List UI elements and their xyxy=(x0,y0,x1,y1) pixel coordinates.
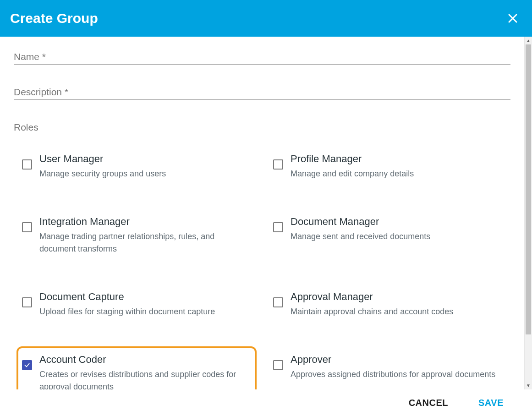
role-description: Manage sent and received documents xyxy=(291,230,500,243)
role-texts: Integration ManagerManage trading partne… xyxy=(39,216,249,255)
dialog-title: Create Group xyxy=(10,11,98,26)
role-texts: User ManagerManage security groups and u… xyxy=(39,153,249,180)
scroll-down-icon[interactable]: ▼ xyxy=(525,382,532,389)
role-checkbox[interactable] xyxy=(273,222,283,232)
role-texts: ApproverApproves assigned distributions … xyxy=(291,354,500,381)
role-title: Approver xyxy=(291,354,500,366)
dialog-footer: CANCEL SAVE xyxy=(0,389,532,416)
role-title: Document Capture xyxy=(39,291,249,303)
description-field[interactable]: Description * xyxy=(14,87,510,100)
name-field[interactable]: Name * xyxy=(14,51,510,65)
role-texts: Document CaptureUpload files for staging… xyxy=(39,291,249,318)
role-item: Approval ManagerMaintain approval chains… xyxy=(268,284,508,325)
role-texts: Profile ManagerManage and edit company d… xyxy=(291,153,500,180)
role-title: User Manager xyxy=(39,153,249,165)
close-icon[interactable] xyxy=(506,12,519,25)
role-description: Maintain approval chains and account cod… xyxy=(291,306,500,318)
role-item: Integration ManagerManage trading partne… xyxy=(16,208,257,263)
role-description: Creates or revises distributions and sup… xyxy=(39,368,249,389)
role-item: Account CoderCreates or revises distribu… xyxy=(16,346,257,389)
role-item: ApproverApproves assigned distributions … xyxy=(268,346,508,389)
role-title: Approval Manager xyxy=(291,291,500,303)
role-description: Approves assigned distributions for appr… xyxy=(291,368,500,381)
role-description: Manage security groups and users xyxy=(39,168,249,180)
role-item: Document CaptureUpload files for staging… xyxy=(16,284,257,325)
role-title: Document Manager xyxy=(291,216,500,228)
cancel-button[interactable]: CANCEL xyxy=(406,397,451,409)
role-texts: Account CoderCreates or revises distribu… xyxy=(39,354,249,389)
dialog-header: Create Group xyxy=(0,0,532,37)
scrollbar[interactable]: ▲ ▼ xyxy=(524,37,532,389)
scroll-track[interactable] xyxy=(525,44,532,382)
role-title: Integration Manager xyxy=(39,216,249,228)
role-checkbox[interactable] xyxy=(273,297,283,307)
dialog-body: Name * Description * Roles User ManagerM… xyxy=(0,37,532,389)
role-checkbox[interactable] xyxy=(22,297,32,307)
save-button[interactable]: SAVE xyxy=(476,397,506,409)
description-field-underline xyxy=(14,99,510,100)
role-title: Profile Manager xyxy=(291,153,500,165)
roles-section-label: Roles xyxy=(14,122,510,133)
name-field-label: Name * xyxy=(14,51,510,62)
role-checkbox[interactable] xyxy=(22,222,32,232)
roles-grid: User ManagerManage security groups and u… xyxy=(14,146,510,389)
role-title: Account Coder xyxy=(39,354,249,366)
role-checkbox[interactable] xyxy=(22,360,32,370)
role-texts: Approval ManagerMaintain approval chains… xyxy=(291,291,500,318)
name-field-underline xyxy=(14,64,510,65)
role-checkbox[interactable] xyxy=(273,159,283,170)
role-item: Document ManagerManage sent and received… xyxy=(268,208,508,263)
scroll-thumb[interactable] xyxy=(526,44,531,334)
role-description: Manage trading partner relationships, ru… xyxy=(39,230,249,255)
role-description: Manage and edit company details xyxy=(291,168,500,180)
role-checkbox[interactable] xyxy=(22,159,32,170)
role-item: User ManagerManage security groups and u… xyxy=(16,146,257,187)
role-description: Upload files for staging within document… xyxy=(39,306,249,318)
dialog-content: Name * Description * Roles User ManagerM… xyxy=(0,37,524,389)
scroll-up-icon[interactable]: ▲ xyxy=(525,37,532,44)
create-group-dialog: Create Group Name * Description * Roles … xyxy=(0,0,532,416)
role-item: Profile ManagerManage and edit company d… xyxy=(268,146,508,187)
role-texts: Document ManagerManage sent and received… xyxy=(291,216,500,243)
description-field-label: Description * xyxy=(14,87,510,98)
role-checkbox[interactable] xyxy=(273,360,283,370)
